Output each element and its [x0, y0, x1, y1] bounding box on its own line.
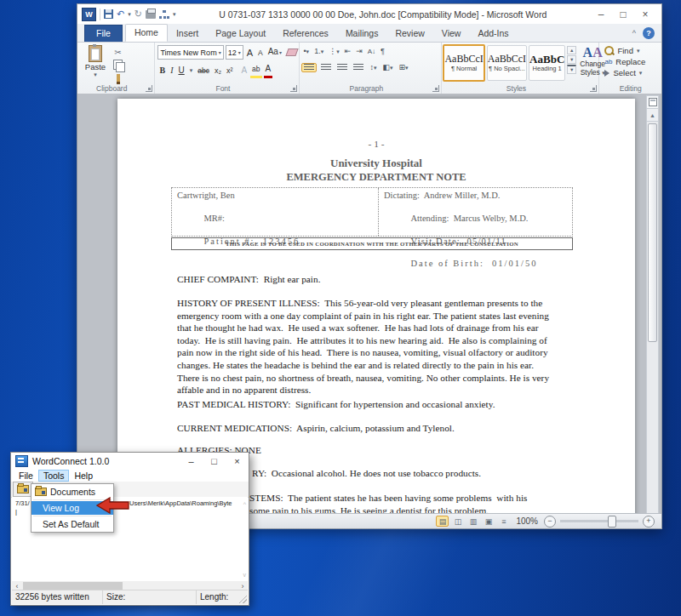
show-paragraph-marks-icon[interactable]: ¶	[379, 45, 386, 58]
highlight-icon[interactable]: ab	[250, 62, 261, 78]
change-case-icon[interactable]: Aa▾	[266, 45, 283, 60]
close-button[interactable]: ×	[634, 6, 656, 23]
justify-icon	[353, 64, 363, 71]
clear-formatting-icon[interactable]	[285, 48, 298, 56]
tab-insert[interactable]: Insert	[168, 26, 207, 42]
ruler-toggle-button[interactable]	[647, 96, 658, 109]
superscript-button[interactable]: x²	[225, 64, 235, 77]
increase-indent-icon[interactable]: ⇥	[354, 45, 364, 58]
borders-icon[interactable]: ⊞▾	[398, 61, 410, 74]
multilevel-list-icon[interactable]: ⋮▾	[327, 45, 341, 58]
subscript-button[interactable]: x₂	[213, 64, 223, 77]
help-button[interactable]: ?	[643, 27, 655, 39]
resize-grip[interactable]	[239, 596, 247, 603]
sort-icon[interactable]: A↓	[366, 45, 377, 58]
clipboard-dialog-launcher-icon[interactable]	[146, 85, 152, 92]
justify-button[interactable]	[352, 64, 365, 71]
align-center-button[interactable]	[319, 64, 333, 71]
style-normal[interactable]: AaBbCcI ¶ Normal	[443, 44, 484, 82]
tab-add-ins[interactable]: Add-Ins	[469, 26, 517, 42]
redo-icon[interactable]: ↻	[134, 9, 142, 19]
font-color-icon[interactable]: A	[264, 62, 273, 78]
style-no-spacing[interactable]: AaBbCcI ¶ No Spaci...	[487, 45, 527, 81]
undo-icon[interactable]: ↶	[117, 9, 124, 19]
undo-dropdown-icon[interactable]: ▾	[128, 11, 131, 17]
zoom-out-button[interactable]: −	[544, 516, 556, 528]
maximize-button[interactable]: □	[612, 6, 634, 23]
menu-separator	[33, 516, 112, 516]
styles-dialog-launcher-icon[interactable]	[590, 85, 597, 92]
font-dialog-launcher-icon[interactable]	[290, 85, 297, 92]
vertical-scrollbar[interactable]: ▲	[646, 95, 659, 518]
paste-label: Paste	[85, 62, 106, 71]
zoom-slider-thumb[interactable]	[608, 516, 616, 528]
copy-icon[interactable]	[113, 60, 123, 70]
fullscreen-reading-view-button[interactable]: ◫	[451, 516, 464, 527]
paragraph-dialog-launcher-icon[interactable]	[432, 85, 439, 92]
shading-icon[interactable]: ◧▾	[381, 61, 394, 74]
print-preview-icon[interactable]	[146, 10, 156, 19]
collapse-ribbon-icon[interactable]: ^	[632, 29, 636, 37]
zoom-in-button[interactable]: +	[643, 516, 655, 528]
text-effects-icon[interactable]: A	[239, 64, 249, 77]
italic-button[interactable]: I	[169, 64, 175, 77]
styles-more-icon[interactable]: ▼	[567, 65, 576, 74]
select-button[interactable]: Select▾	[604, 68, 661, 77]
find-button[interactable]: Find▾	[604, 46, 661, 55]
chief-complaint: CHIEF COMPAINT: Right ear pain.	[177, 273, 320, 286]
draft-view-button[interactable]: ≡	[497, 516, 510, 527]
tab-view[interactable]: View	[433, 26, 470, 42]
tab-home[interactable]: Home	[125, 24, 168, 42]
styles-scroll-up-icon[interactable]: ▲	[567, 46, 576, 54]
scrollbar-thumb[interactable]	[648, 123, 657, 342]
tab-mailings[interactable]: Mailings	[337, 26, 387, 42]
outline-view-button[interactable]: ▣	[482, 516, 495, 527]
print-layout-view-button[interactable]: ▤	[436, 516, 449, 527]
tab-file[interactable]: File	[84, 25, 123, 42]
wc-minimize-button[interactable]: –	[180, 453, 203, 469]
wc-maximize-button[interactable]: □	[203, 453, 226, 469]
align-left-button[interactable]	[301, 63, 317, 72]
style-heading1[interactable]: AaBbC Heading 1	[529, 45, 565, 81]
grow-font-icon[interactable]: A	[245, 46, 255, 60]
list-scroll-up-icon[interactable]: ^	[243, 501, 246, 507]
paste-dropdown-icon[interactable]: ▾	[94, 71, 97, 77]
org-chart-icon[interactable]	[159, 10, 169, 19]
strikethrough-button[interactable]: abc	[196, 64, 211, 77]
numbering-icon[interactable]: 1.▾	[312, 45, 325, 58]
font-size-combo[interactable]: 12 ▾	[226, 45, 243, 60]
bold-button[interactable]: B	[157, 64, 167, 77]
styles-scroll-down-icon[interactable]: ▼	[567, 55, 576, 64]
cut-icon[interactable]: ✂	[111, 46, 125, 58]
menu-file[interactable]: File	[14, 470, 38, 482]
web-layout-view-button[interactable]: ▥	[466, 516, 479, 527]
font-name-combo[interactable]: Times New Rom ▾	[157, 45, 223, 60]
tab-review[interactable]: Review	[386, 26, 432, 42]
word-logo-icon[interactable]: W	[82, 8, 96, 21]
wc-close-button[interactable]: ×	[226, 453, 249, 469]
zoom-level[interactable]: 100%	[516, 516, 538, 526]
replace-button[interactable]: abReplace	[604, 57, 661, 66]
coordination-banner: THIS PAGE IS TO BE USED IN COORDINATION …	[171, 237, 573, 250]
menu-tools[interactable]: Tools	[38, 470, 70, 482]
align-right-button[interactable]	[335, 64, 349, 71]
select-dropdown-icon: ▾	[639, 70, 643, 76]
divider	[100, 9, 100, 20]
menu-help[interactable]: Help	[69, 470, 98, 482]
bullets-icon[interactable]: •▾	[301, 45, 311, 58]
line-spacing-icon[interactable]: ↕▾	[368, 61, 378, 74]
paste-button[interactable]: Paste ▾	[80, 45, 111, 83]
list-scroll-down-icon[interactable]: v	[243, 572, 247, 578]
decrease-indent-icon[interactable]: ⇤	[343, 45, 353, 58]
format-painter-icon[interactable]	[117, 74, 120, 82]
tab-references[interactable]: References	[274, 26, 337, 42]
menu-item-set-as-default[interactable]: Set As Default	[31, 517, 113, 531]
minimize-button[interactable]: –	[590, 6, 612, 23]
underline-button[interactable]: U	[176, 64, 186, 77]
save-icon[interactable]	[104, 9, 113, 19]
zoom-slider[interactable]	[560, 520, 638, 522]
shrink-font-icon[interactable]: A	[256, 46, 265, 60]
tab-page-layout[interactable]: Page Layout	[207, 26, 274, 42]
underline-dropdown-icon[interactable]: ▾	[188, 64, 195, 77]
scroll-up-button[interactable]: ▲	[647, 109, 658, 122]
